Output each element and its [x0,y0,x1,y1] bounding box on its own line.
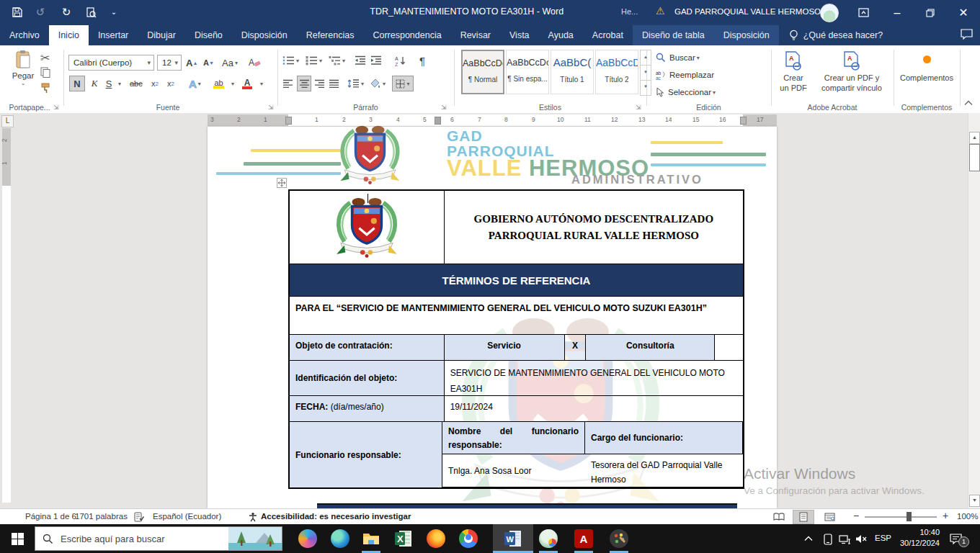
edge-icon[interactable] [331,529,349,548]
font-color-button[interactable]: A [242,76,252,91]
tab-referencias[interactable]: Referencias [297,25,364,45]
tab-stop-selector[interactable]: L [1,115,14,127]
zoom-in-button[interactable]: + [943,510,948,521]
collapse-ribbon-icon[interactable] [964,100,973,106]
replace-button[interactable]: abac Reemplazar [656,70,714,80]
left-indent-marker[interactable] [285,117,292,125]
paste-button[interactable]: Pegar ⌄ [7,50,39,86]
word-count[interactable]: 1701 palabras [75,512,128,521]
font-family-combobox[interactable]: Calibri (Cuerpo) ▾ [68,55,154,71]
network-icon[interactable] [839,535,851,544]
tab-vista[interactable]: Vista [500,25,539,45]
align-left-button[interactable] [282,76,293,91]
page-count[interactable]: Página 1 de 6 [25,512,76,521]
tell-me-box[interactable]: ¿Qué desea hacer? [789,25,883,45]
underline-dropdown-icon[interactable]: ▾ [115,76,123,91]
minimize-button[interactable]: – [881,0,914,25]
accessibility-icon[interactable] [248,512,258,522]
strikethrough-button[interactable]: abc [130,76,143,91]
highlight-dropdown-icon[interactable]: ▾ [228,76,236,91]
table-move-handle-icon[interactable] [277,178,287,188]
zoom-slider-track[interactable] [865,516,937,518]
styles-dialog-launcher[interactable]: ⇲ [636,104,643,111]
customize-qat-icon[interactable]: ⌄ [105,5,122,19]
clear-formatting-button[interactable]: A [248,55,261,71]
select-button[interactable]: Seleccionar▾ [656,87,716,97]
read-mode-icon[interactable] [768,510,790,524]
tab-revisar[interactable]: Revisar [451,25,500,45]
tab-archivo[interactable]: Archivo [0,25,49,45]
file-explorer-icon[interactable] [362,529,380,548]
show-paragraph-marks-button[interactable]: ¶ [419,53,425,68]
excel-icon[interactable]: X [394,529,413,548]
increase-indent-button[interactable] [370,53,382,68]
accessibility-status[interactable]: Accesibilidad: es necesario investigar [261,512,411,521]
firefox-icon[interactable] [427,529,445,548]
tab-inicio[interactable]: Inicio [49,25,89,45]
tray-expand-icon[interactable] [804,536,813,541]
document-page[interactable]: GAD PARROQUIAL VALLE HERMOSO ADMINISTRAT… [208,127,777,508]
subscript-button[interactable]: x2 [151,76,159,91]
web-layout-icon[interactable] [819,510,840,524]
copilot-icon[interactable] [298,529,317,548]
styles-gallery-scroll[interactable]: ▲ ▼ ▼ [640,50,651,96]
proofing-icon[interactable] [134,512,144,522]
tab-correspondencia[interactable]: Correspondencia [363,25,450,45]
horizontal-ruler[interactable]: 3211234567891011121314151617 [208,114,777,126]
tray-device-icon[interactable] [823,534,833,545]
tdr-table[interactable]: GOBIERNO AUTÓNOMO DESCENTRALIZADO PARROQ… [288,189,744,489]
create-pdf-button[interactable]: A Crear un PDF [775,51,811,94]
shrink-font-button[interactable]: A▼ [203,55,214,71]
chrome-icon[interactable] [459,529,478,548]
scrollbar-thumb[interactable] [969,144,980,171]
restore-button[interactable] [914,0,947,25]
find-button[interactable]: Buscar▾ [656,53,700,63]
tab-ayuda[interactable]: Ayuda [539,25,583,45]
vertical-ruler[interactable]: 21 [2,128,11,503]
taskbar-clock[interactable]: 10:40 30/12/2024 [895,527,940,549]
zoom-slider-thumb[interactable] [906,512,912,521]
first-line-indent-marker[interactable] [435,117,441,125]
superscript-button[interactable]: x2 [167,76,174,91]
justify-button[interactable] [329,76,339,91]
underline-button[interactable]: S [103,76,115,91]
align-right-button[interactable] [314,76,325,91]
keyboard-language[interactable]: ESP [875,534,891,542]
undo-icon[interactable]: ↺ [32,5,49,19]
borders-button[interactable]: ▾ [392,76,414,91]
font-color-dropdown-icon[interactable]: ▾ [257,76,265,91]
highlight-color-button[interactable]: ab [213,76,224,91]
font-size-combobox[interactable]: 12 ▾ [157,55,182,71]
line-spacing-button[interactable]: ▾ [347,76,364,91]
scroll-up-icon[interactable]: ▲ [969,132,980,144]
zoom-level[interactable]: 100% [957,512,978,521]
text-effects-button[interactable]: A▾ [189,76,201,91]
style-titulo1[interactable]: AaBbC( Título 1 [551,50,594,94]
tab-diseno[interactable]: Diseño [185,25,232,45]
right-indent-marker[interactable] [740,117,747,125]
acrobat-reader-icon[interactable]: A [574,529,593,548]
clipboard-dialog-launcher[interactable]: ⇲ [53,104,61,111]
save-icon[interactable] [9,5,26,19]
tab-insertar[interactable]: Insertar [89,25,138,45]
print-preview-icon[interactable] [82,5,99,19]
search-highlight-image[interactable] [228,527,282,550]
account-avatar[interactable] [820,4,839,22]
style-normal[interactable]: AaBbCcDc ¶ Normal [461,50,504,94]
change-case-button[interactable]: Aa▾ [222,55,238,71]
language-indicator[interactable]: Español (Ecuador) [153,512,221,521]
tab-dibujar[interactable]: Dibujar [138,25,185,45]
tab-diseno-de-tabla[interactable]: Diseño de tabla [633,25,714,45]
print-layout-icon[interactable] [793,510,814,524]
redo-icon[interactable]: ↻ [58,5,75,19]
paint-app-icon[interactable] [610,529,628,548]
bullets-button[interactable]: ▾ [282,53,299,68]
chrome-profile-icon[interactable] [539,529,558,548]
addins-button[interactable]: Complementos [895,51,958,82]
volume-muted-icon[interactable] [855,534,867,544]
font-dialog-launcher[interactable]: ⇲ [268,104,275,111]
zoom-out-button[interactable]: − [853,510,859,521]
paragraph-dialog-launcher[interactable]: ⇲ [441,104,448,111]
cut-icon[interactable]: ✂ [40,51,50,65]
comments-icon[interactable] [961,29,973,40]
